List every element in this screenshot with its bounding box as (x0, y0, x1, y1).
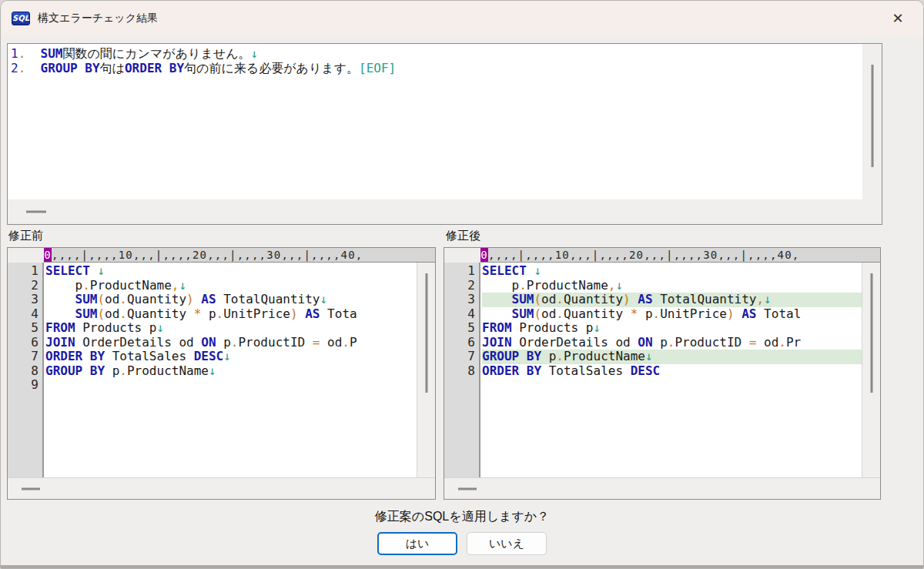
line-number: 5 (444, 321, 475, 336)
line-number: 3 (444, 293, 475, 307)
horizontal-scrollbar-thumb[interactable] (22, 487, 40, 490)
code-line: ORDER BY TotalSales DESC (482, 364, 862, 379)
ruler-ticks: ,,,,|,,,,10,,,|,,,,20,,,|,,,,30,,,|,,,,4… (488, 249, 799, 261)
line-number: 4 (444, 307, 475, 322)
after-code-area[interactable]: SELECT ↓ p.ProductName,↓ SUM(od.Quantity… (480, 263, 862, 477)
dialog-window: SQL 構文エラーチェック結果 ✕ 1. SUM関数の間にカンマがありません。↓… (0, 0, 924, 569)
code-line: SELECT ↓ (45, 264, 417, 279)
vertical-scrollbar-thumb[interactable] (871, 65, 873, 167)
error-vertical-scrollbar[interactable] (862, 44, 882, 199)
line-number: 1 (444, 264, 475, 279)
no-button[interactable]: いいえ (467, 532, 547, 555)
apply-question: 修正案のSQLを適用しますか？ (1, 509, 923, 525)
code-line: FROM Products p↓ (482, 321, 862, 336)
line-number: 3 (8, 293, 38, 307)
code-line: p.ProductName,↓ (45, 279, 417, 293)
vertical-scrollbar-thumb[interactable] (870, 273, 872, 393)
line-number: 8 (8, 364, 38, 379)
horizontal-scrollbar-thumb[interactable] (458, 487, 477, 490)
sql-icon: SQL (12, 12, 30, 25)
ruler: 0,,,,|,,,,10,,,|,,,,20,,,|,,,,30,,,|,,,,… (44, 248, 435, 263)
error-list[interactable]: 1. SUM関数の間にカンマがありません。↓2. GROUP BY句はORDER… (8, 44, 862, 199)
footer: 修正案のSQLを適用しますか？ はい いいえ (1, 509, 923, 555)
code-line: 2. GROUP BY句はORDER BY句の前に来る必要があります。[EOF] (11, 61, 862, 75)
line-number: 1 (8, 264, 38, 279)
line-number: 6 (444, 336, 475, 350)
code-line: p.ProductName,↓ (482, 279, 862, 293)
code-line: SUM(od.Quantity * p.UnitPrice) AS Tota (45, 307, 417, 322)
code-line: SUM(od.Quantity * p.UnitPrice) AS Total (482, 307, 862, 322)
before-horizontal-scrollbar[interactable] (8, 477, 435, 499)
line-number: 9 (8, 378, 38, 393)
code-line: SUM(od.Quantity) AS TotalQuantity,↓ (482, 293, 862, 307)
before-vertical-scrollbar[interactable] (417, 263, 435, 477)
code-line: SUM(od.Quantity) AS TotalQuantity↓ (45, 293, 417, 307)
code-line: SELECT ↓ (482, 264, 862, 279)
button-row: はい いいえ (1, 532, 923, 555)
code-line: JOIN OrderDetails od ON p.ProductID = od… (482, 336, 862, 350)
line-number: 5 (8, 321, 38, 336)
ruler-zero-marker: 0 (44, 248, 52, 262)
horizontal-scrollbar-thumb[interactable] (26, 211, 46, 213)
vertical-scrollbar-thumb[interactable] (425, 273, 427, 393)
ruler: 0,,,,|,,,,10,,,|,,,,20,,,|,,,,30,,,|,,,,… (480, 248, 880, 263)
code-line (45, 378, 417, 393)
line-number-gutter: 12345678 (444, 263, 480, 477)
dialog-title: 構文エラーチェック結果 (38, 12, 158, 25)
error-list-panel: 1. SUM関数の間にカンマがありません。↓2. GROUP BY句はORDER… (7, 43, 882, 225)
line-number: 7 (444, 350, 475, 364)
code-line: ORDER BY TotalSales DESC↓ (45, 350, 417, 364)
before-code-area[interactable]: SELECT ↓ p.ProductName,↓ SUM(od.Quantity… (44, 263, 417, 477)
yes-button[interactable]: はい (377, 532, 457, 555)
after-horizontal-scrollbar[interactable] (444, 477, 880, 499)
line-number: 2 (8, 279, 38, 293)
line-number-gutter: 123456789 (8, 263, 44, 477)
line-number: 7 (8, 350, 38, 364)
code-line: GROUP BY p.ProductName↓ (45, 364, 417, 379)
after-sql-panel: 0,,,,|,,,,10,,,|,,,,20,,,|,,,,30,,,|,,,,… (444, 247, 881, 500)
ruler-zero-marker: 0 (480, 248, 488, 262)
before-label: 修正前 (8, 229, 43, 243)
gutter-corner (444, 248, 480, 263)
before-sql-panel: 0,,,,|,,,,10,,,|,,,,20,,,|,,,,30,,,|,,,,… (7, 247, 436, 500)
code-line: GROUP BY p.ProductName↓ (482, 350, 862, 364)
window-bottom-edge (1, 565, 923, 568)
code-line: JOIN OrderDetails od ON p.ProductID = od… (45, 336, 417, 350)
line-number: 6 (8, 336, 38, 350)
gutter-corner (8, 248, 44, 263)
ruler-ticks: ,,,,|,,,,10,,,|,,,,20,,,|,,,,30,,,|,,,,4… (52, 249, 363, 261)
code-line: FROM Products p↓ (45, 321, 417, 336)
title-bar[interactable]: SQL 構文エラーチェック結果 ✕ (1, 1, 923, 35)
after-label: 修正後 (446, 229, 480, 243)
line-number: 2 (444, 279, 475, 293)
line-number: 8 (444, 364, 475, 379)
after-vertical-scrollbar[interactable] (862, 263, 880, 477)
line-number: 4 (8, 307, 38, 322)
code-line: 1. SUM関数の間にカンマがありません。↓ (11, 46, 862, 61)
error-horizontal-scrollbar[interactable] (8, 199, 882, 224)
close-icon[interactable]: ✕ (888, 8, 908, 28)
